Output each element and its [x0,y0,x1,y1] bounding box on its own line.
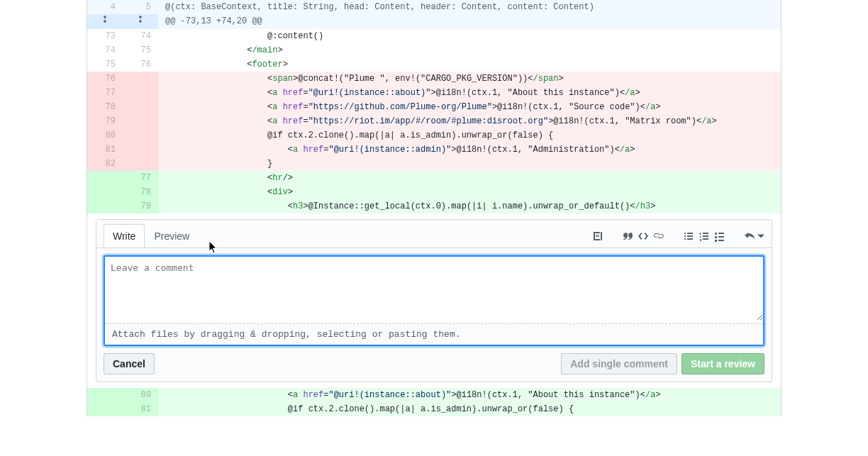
quote-icon[interactable] [620,228,635,244]
old-line-number[interactable]: 74 [87,43,123,57]
code-content: <h3>@Instance::get_local(ctx.0).map(|i| … [158,199,781,213]
new-line-number[interactable]: 79 [123,199,158,213]
old-line-number[interactable]: 76 [87,72,123,86]
code-content: @if ctx.2.clone().map(|a| a.is_admin).un… [158,402,781,416]
old-line-number[interactable]: 79 [87,114,123,128]
diff-line[interactable]: 80 <a href="@uri!(instance::about)">@i18… [87,388,781,402]
task-list-icon[interactable] [712,228,728,244]
code-content: <span>@concat!("Plume ", env!("CARGO_PKG… [158,72,781,86]
diff-line[interactable]: 77 <a href="@uri!(instance::about)">@i18… [87,86,781,100]
code-content: <a href="https://riot.im/app/#/room/#plu… [158,114,781,128]
old-line-number[interactable] [87,199,123,213]
unordered-list-icon[interactable] [681,228,696,244]
code-icon[interactable] [635,228,651,244]
old-line-number[interactable]: 81 [87,143,123,157]
inline-comment-row: Write Preview [87,213,781,388]
reply-icon[interactable] [742,228,757,244]
diff-line[interactable]: 82 } [87,157,781,171]
diff-line[interactable]: 81 @if ctx.2.clone().map(|a| a.is_admin)… [87,402,781,416]
diff-line[interactable]: 78 <div> [87,185,781,199]
old-line-number[interactable]: 78 [87,100,123,114]
old-line-number[interactable] [87,402,123,416]
start-review-button[interactable]: Start a review [681,353,764,374]
diff-line[interactable]: 74 75 </main> [87,43,781,57]
link-icon[interactable] [651,228,667,244]
code-content: @:content() [158,29,781,43]
old-line-number[interactable] [87,171,123,185]
diff-line[interactable]: 80 @if ctx.2.clone().map(|a| a.is_admin)… [87,128,781,143]
new-line-number[interactable]: 80 [123,388,158,402]
attach-hint[interactable]: Attach files by dragging & dropping, sel… [105,323,763,345]
diff-table: 4 5 @(ctx: BaseContext, title: String, h… [87,0,781,416]
new-line-number[interactable]: 78 [123,185,158,199]
diff-line[interactable]: 78 <a href="https://github.com/Plume-org… [87,100,781,114]
code-content: @if ctx.2.clone().map(|a| a.is_admin).un… [158,128,781,143]
new-line-number[interactable] [123,72,158,86]
diff-line[interactable]: 77 <hr/> [87,171,781,185]
code-content: <a href="@uri!(instance::about)">@i18n!(… [158,86,781,100]
new-line-number[interactable] [123,100,158,114]
expand-down-icon[interactable] [123,14,158,29]
new-line-number[interactable] [123,86,158,100]
new-line-number[interactable]: 75 [123,43,158,57]
old-line-number[interactable]: 80 [87,128,123,143]
tab-preview[interactable]: Preview [145,224,199,248]
old-line-number[interactable] [87,185,123,199]
diff-line[interactable]: 76 <span>@concat!("Plume ", env!("CARGO_… [87,72,781,86]
add-single-comment-button[interactable]: Add single comment [561,353,677,374]
new-line-number[interactable]: 76 [123,57,158,72]
diff-line[interactable]: 73 74 @:content() [87,29,781,43]
diff-line[interactable]: 81 <a href="@uri!(instance::admin)">@i18… [87,143,781,157]
new-line-number[interactable] [123,157,158,171]
caret-down-icon[interactable] [757,228,764,244]
old-line-number[interactable] [87,388,123,402]
comment-box: Write Preview [96,219,772,382]
comment-tabnav: Write Preview [96,220,772,248]
diff-line[interactable]: 79 <a href="https://riot.im/app/#/room/#… [87,114,781,128]
code-content: } [158,157,781,171]
ordered-list-icon[interactable] [696,228,712,244]
code-content: </main> [158,43,781,57]
old-line-number: 4 [87,0,123,14]
code-content: <a href="https://github.com/Plume-org/Pl… [158,100,781,114]
new-line-number[interactable]: 74 [123,29,158,43]
comment-textarea[interactable] [105,257,763,321]
code-content: <hr/> [158,171,781,185]
new-line-number[interactable] [123,128,158,143]
code-content: <div> [158,185,781,199]
new-line-number[interactable] [123,143,158,157]
hunk-info: @@ -73,13 +74,20 @@ [158,14,781,29]
old-line-number[interactable]: 75 [87,57,123,72]
new-line-number[interactable]: 77 [123,171,158,185]
diff-context-header: 4 5 @(ctx: BaseContext, title: String, h… [87,0,781,14]
code-content: <a href="@uri!(instance::admin)">@i18n!(… [158,143,781,157]
old-line-number[interactable]: 82 [87,157,123,171]
markdown-toolbar [579,228,764,244]
old-line-number[interactable]: 73 [87,29,123,43]
expand-up-icon[interactable] [87,14,123,29]
tab-write[interactable]: Write [104,224,145,248]
new-line-number[interactable]: 81 [123,402,158,416]
hunk-header: @@ -73,13 +74,20 @@ [87,14,781,29]
code-content: <footer> [158,57,781,72]
suggestion-icon[interactable] [590,228,606,244]
code-content: <a href="@uri!(instance::about)">@i18n!(… [158,388,781,402]
code-content: @(ctx: BaseContext, title: String, head:… [158,0,781,14]
new-line-number: 5 [123,0,158,14]
cancel-button[interactable]: Cancel [104,353,155,374]
diff-line[interactable]: 75 76 <footer> [87,57,781,72]
old-line-number[interactable]: 77 [87,86,123,100]
new-line-number[interactable] [123,114,158,128]
diff-line[interactable]: 79 <h3>@Instance::get_local(ctx.0).map(|… [87,199,781,213]
